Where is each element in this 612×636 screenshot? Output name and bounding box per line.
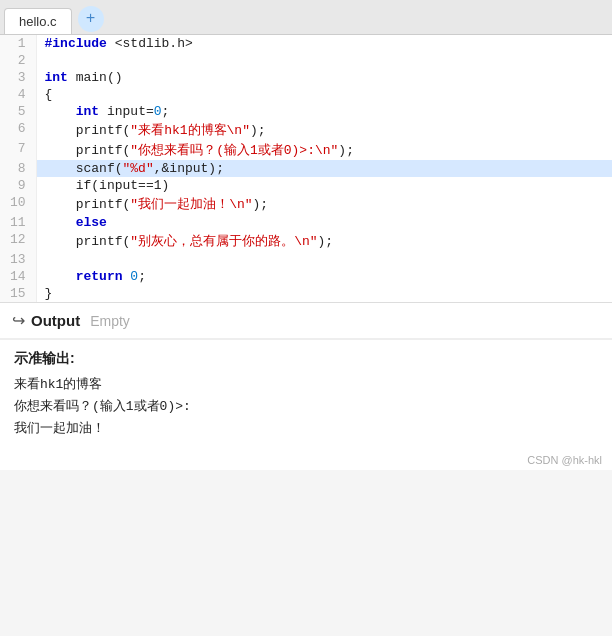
output-empty-text: Empty [90,313,130,329]
line-number: 2 [0,52,36,69]
tab-label: hello.c [19,14,57,29]
output-bar: ↪ Output Empty [0,303,612,339]
code-table: 1#include <stdlib.h>2 3int main()4{5 int… [0,35,612,302]
line-code: printf("别灰心，总有属于你的路。\n"); [36,231,612,251]
line-number: 3 [0,69,36,86]
line-code: else [36,214,612,231]
line-code [36,251,612,268]
line-number: 1 [0,35,36,52]
line-number: 10 [0,194,36,214]
line-code: int input=0; [36,103,612,120]
line-number: 5 [0,103,36,120]
line-number: 9 [0,177,36,194]
add-tab-button[interactable]: + [78,6,104,32]
std-output-line: 来看hk1的博客 [14,374,598,396]
output-icon: ↪ [12,311,25,330]
line-number: 4 [0,86,36,103]
tab-hello-c[interactable]: hello.c [4,8,72,34]
line-number: 14 [0,268,36,285]
line-code: printf("我们一起加油！\n"); [36,194,612,214]
line-code: } [36,285,612,302]
line-number: 15 [0,285,36,302]
std-output-content: 来看hk1的博客你想来看吗？(输入1或者0)>:我们一起加油！ [14,374,598,440]
std-output-line: 我们一起加油！ [14,418,598,440]
line-code: if(input==1) [36,177,612,194]
code-editor: 1#include <stdlib.h>2 3int main()4{5 int… [0,35,612,303]
footer: CSDN @hk-hkl [0,450,612,470]
line-code: return 0; [36,268,612,285]
std-output-section: 示准输出: 来看hk1的博客你想来看吗？(输入1或者0)>:我们一起加油！ [0,339,612,450]
line-number: 11 [0,214,36,231]
line-code: printf("来看hk1的博客\n"); [36,120,612,140]
line-number: 8 [0,160,36,177]
output-label: Output [31,312,80,329]
line-number: 6 [0,120,36,140]
line-number: 13 [0,251,36,268]
std-output-line: 你想来看吗？(输入1或者0)>: [14,396,598,418]
line-code: { [36,86,612,103]
line-code: #include <stdlib.h> [36,35,612,52]
line-code: int main() [36,69,612,86]
line-code: scanf("%d",&input); [36,160,612,177]
line-number: 12 [0,231,36,251]
std-output-title: 示准输出: [14,350,598,368]
footer-text: CSDN @hk-hkl [527,454,602,466]
tab-bar: hello.c + [0,0,612,35]
line-code [36,52,612,69]
line-code: printf("你想来看吗？(输入1或者0)>:\n"); [36,140,612,160]
line-number: 7 [0,140,36,160]
